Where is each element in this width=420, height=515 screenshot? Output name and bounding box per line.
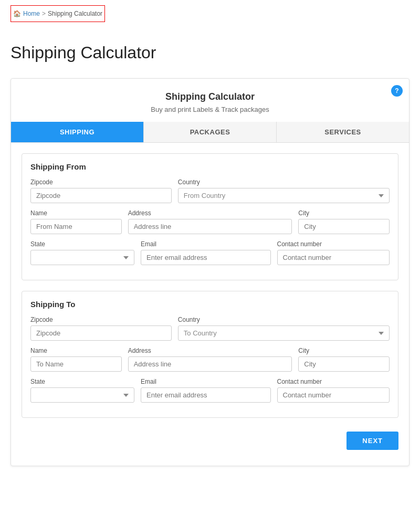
from-contact-label: Contact number	[277, 240, 390, 248]
from-city-label: City	[298, 209, 390, 217]
tabs-container: SHIPPING PACKAGES SERVICES	[11, 122, 409, 143]
to-name-label: Name	[30, 347, 122, 354]
to-email-group: Email	[141, 378, 271, 403]
from-zipcode-group: Zipcode	[30, 178, 172, 203]
from-address-input[interactable]	[128, 219, 292, 234]
from-row-name-address-city: Name Address City	[30, 209, 390, 234]
tab-packages[interactable]: PACKAGES	[144, 122, 277, 142]
from-city-input[interactable]	[298, 219, 390, 234]
breadcrumb-current: Shipping Calculator	[48, 10, 102, 17]
from-country-group: Country From Country	[178, 178, 390, 203]
breadcrumb: 🏠 Home > Shipping Calculator	[10, 5, 105, 22]
next-button-row: NEXT	[11, 423, 409, 450]
card-title: Shipping Calculator	[22, 91, 398, 102]
to-contact-input[interactable]	[277, 387, 390, 403]
from-email-group: Email	[141, 240, 271, 265]
to-address-label: Address	[128, 347, 292, 354]
to-address-input[interactable]	[128, 356, 292, 372]
from-row-state-email-contact: State Email Contact number	[30, 240, 390, 265]
to-address-group: Address	[128, 347, 292, 372]
to-country-group: Country To Country	[178, 316, 390, 341]
to-state-group: State	[30, 378, 134, 403]
card-header: Shipping Calculator Buy and print Labels…	[11, 79, 409, 122]
help-button[interactable]: ?	[391, 85, 403, 97]
from-contact-input[interactable]	[277, 250, 390, 265]
to-country-select[interactable]: To Country	[178, 325, 390, 341]
from-state-select[interactable]	[30, 250, 134, 265]
to-row-name-address-city: Name Address City	[30, 347, 390, 372]
to-country-label: Country	[178, 316, 390, 323]
breadcrumb-separator: >	[42, 10, 46, 17]
from-email-input[interactable]	[141, 250, 271, 265]
from-state-group: State	[30, 240, 134, 265]
breadcrumb-home-link[interactable]: Home	[23, 10, 40, 17]
next-button[interactable]: NEXT	[346, 432, 398, 450]
shipping-from-section: Shipping From Zipcode Country From Count…	[22, 153, 398, 280]
to-state-select[interactable]	[30, 387, 134, 403]
from-state-label: State	[30, 240, 134, 248]
to-city-group: City	[298, 347, 390, 372]
from-country-select[interactable]: From Country	[178, 188, 390, 203]
to-contact-group: Contact number	[277, 378, 390, 403]
to-zipcode-group: Zipcode	[30, 316, 172, 341]
to-email-label: Email	[141, 378, 271, 385]
to-row-zipcode-country: Zipcode Country To Country	[30, 316, 390, 341]
to-row-state-email-contact: State Email Contact number	[30, 378, 390, 403]
from-address-label: Address	[128, 209, 292, 217]
to-email-input[interactable]	[141, 387, 271, 403]
page-title: Shipping Calculator	[10, 43, 410, 62]
from-city-group: City	[298, 209, 390, 234]
calculator-card: ? Shipping Calculator Buy and print Labe…	[10, 78, 410, 466]
home-icon: 🏠	[13, 10, 21, 17]
tab-services[interactable]: SERVICES	[277, 122, 409, 142]
tab-shipping[interactable]: SHIPPING	[11, 122, 144, 142]
to-name-input[interactable]	[30, 356, 122, 372]
from-name-label: Name	[30, 209, 122, 217]
shipping-from-title: Shipping From	[30, 162, 390, 171]
to-name-group: Name	[30, 347, 122, 372]
from-name-group: Name	[30, 209, 122, 234]
to-zipcode-input[interactable]	[30, 325, 172, 341]
to-state-label: State	[30, 378, 134, 385]
to-city-input[interactable]	[298, 356, 390, 372]
from-zipcode-label: Zipcode	[30, 178, 172, 186]
from-zipcode-input[interactable]	[30, 188, 172, 203]
from-name-input[interactable]	[30, 219, 122, 234]
card-subtitle: Buy and print Labels & Track packages	[22, 106, 398, 113]
from-contact-group: Contact number	[277, 240, 390, 265]
from-address-group: Address	[128, 209, 292, 234]
from-country-label: Country	[178, 178, 390, 186]
shipping-to-title: Shipping To	[30, 300, 390, 309]
to-contact-label: Contact number	[277, 378, 390, 385]
to-city-label: City	[298, 347, 390, 354]
from-email-label: Email	[141, 240, 271, 248]
to-zipcode-label: Zipcode	[30, 316, 172, 323]
shipping-to-section: Shipping To Zipcode Country To Country N…	[22, 291, 398, 418]
from-row-zipcode-country: Zipcode Country From Country	[30, 178, 390, 203]
